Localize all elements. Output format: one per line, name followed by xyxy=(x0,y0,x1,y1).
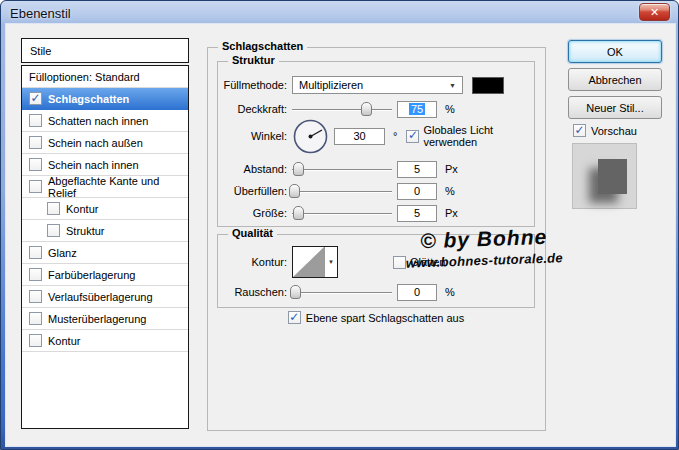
contour-picker[interactable]: ▼ xyxy=(292,246,338,278)
deckkraft-value: 75 xyxy=(409,103,425,115)
schein-nach-aussen-checkbox[interactable] xyxy=(29,136,42,149)
abstand-unit: Px xyxy=(445,163,458,175)
glanz-checkbox[interactable] xyxy=(29,246,42,259)
knockout-option[interactable]: ✓ Ebene spart Schlagschatten aus xyxy=(217,311,535,324)
slider-thumb[interactable] xyxy=(289,184,300,198)
qualitaet-group: Qualität Kontur: ▼ Glätten xyxy=(217,234,535,308)
chevron-down-icon: ▼ xyxy=(328,259,334,265)
sidebar-item-verlaufsueberlagerung[interactable]: Verlaufsüberlagerung xyxy=(22,286,188,308)
blend-mode-dropdown[interactable]: Multiplizieren ▼ xyxy=(292,76,463,94)
slider-track[interactable] xyxy=(292,109,392,110)
sidebar-item-farbueberlagerung[interactable]: Farbüberlagerung xyxy=(22,264,188,286)
layer-style-dialog: Ebenenstil ✕ Stile Fülloptionen: Standar… xyxy=(0,0,679,450)
sidebar-item-glanz[interactable]: Glanz xyxy=(22,242,188,264)
global-light-option[interactable]: ✓ Globales Licht verwenden xyxy=(406,124,528,148)
deckkraft-label: Deckkraft: xyxy=(218,103,287,115)
kontur-sub-checkbox[interactable] xyxy=(47,202,60,215)
sidebar-item-schlagschatten[interactable]: ✓ Schlagschatten xyxy=(22,88,188,110)
sidebar-item-label: Kontur xyxy=(66,203,98,215)
schlagschatten-checkbox[interactable]: ✓ xyxy=(29,92,42,105)
slider-track[interactable] xyxy=(292,191,392,192)
sidebar-item-abgeflachte-kante[interactable]: Abgeflachte Kante und Relief xyxy=(22,176,188,198)
ueberfuellen-row: Überfüllen: 0 % xyxy=(218,180,528,202)
angle-dial[interactable] xyxy=(292,118,329,155)
sidebar-item-struktur-sub[interactable]: Struktur xyxy=(22,220,188,242)
winkel-value: 30 xyxy=(353,130,365,142)
verlaufsueberlagerung-checkbox[interactable] xyxy=(29,290,42,303)
sidebar-item-fulloptionen[interactable]: Fülloptionen: Standard xyxy=(22,66,188,88)
slider-track[interactable] xyxy=(292,213,392,214)
styles-list: Fülloptionen: Standard ✓ Schlagschatten … xyxy=(21,65,189,429)
global-light-checkbox[interactable]: ✓ xyxy=(406,130,419,143)
rauschen-unit: % xyxy=(445,286,455,298)
sidebar-item-label: Farbüberlagerung xyxy=(48,269,135,281)
abstand-input[interactable]: 5 xyxy=(397,161,437,178)
check-icon: ✓ xyxy=(574,124,584,136)
sidebar-item-label: Kontur xyxy=(48,335,80,347)
angle-dial-icon xyxy=(292,118,329,155)
winkel-input[interactable]: 30 xyxy=(334,128,385,145)
struktur-group-title: Struktur xyxy=(228,54,279,66)
sidebar-item-label: Fülloptionen: Standard xyxy=(29,71,140,83)
deckkraft-slider[interactable] xyxy=(292,101,392,117)
sidebar-item-schatten-nach-innen[interactable]: Schatten nach innen xyxy=(22,110,188,132)
schein-nach-innen-checkbox[interactable] xyxy=(29,158,42,171)
slider-thumb[interactable] xyxy=(290,285,301,299)
sidebar-item-schein-nach-innen[interactable]: Schein nach innen xyxy=(22,154,188,176)
ueberfuellen-label: Überfüllen: xyxy=(218,185,287,197)
sidebar-item-label: Schein nach innen xyxy=(48,159,139,171)
qualitaet-group-title: Qualität xyxy=(228,227,277,239)
shadow-color-swatch[interactable] xyxy=(472,77,504,94)
slider-thumb[interactable] xyxy=(361,102,372,116)
farbueberlagerung-checkbox[interactable] xyxy=(29,268,42,281)
slider-thumb[interactable] xyxy=(293,206,304,220)
glaetten-checkbox[interactable] xyxy=(393,256,406,269)
knockout-checkbox[interactable]: ✓ xyxy=(288,311,301,324)
sidebar-item-musterueberlagerung[interactable]: Musterüberlagerung xyxy=(22,308,188,330)
ueberfuellen-input[interactable]: 0 xyxy=(397,183,437,200)
glaetten-option[interactable]: Glätten xyxy=(393,256,445,269)
sidebar-item-schein-nach-aussen[interactable]: Schein nach außen xyxy=(22,132,188,154)
kontur-row: Kontur: ▼ Glätten xyxy=(218,245,528,279)
abgeflachte-kante-checkbox[interactable] xyxy=(29,180,42,193)
schatten-nach-innen-checkbox[interactable] xyxy=(29,114,42,127)
close-button[interactable]: ✕ xyxy=(639,3,670,21)
kontur-checkbox[interactable] xyxy=(29,334,42,347)
sidebar-item-kontur-sub[interactable]: Kontur xyxy=(22,198,188,220)
rauschen-input[interactable]: 0 xyxy=(397,284,437,301)
struktur-sub-checkbox[interactable] xyxy=(47,224,60,237)
groesse-input[interactable]: 5 xyxy=(397,205,437,222)
preview-checkbox[interactable]: ✓ xyxy=(573,124,586,137)
deckkraft-input[interactable]: 75 xyxy=(397,101,437,118)
ueberfuellen-unit: % xyxy=(445,185,455,197)
groesse-row: Größe: 5 Px xyxy=(218,202,528,224)
abstand-slider[interactable] xyxy=(292,161,392,177)
style-preview-thumbnail xyxy=(572,143,637,209)
check-icon: ✓ xyxy=(289,311,299,323)
groesse-slider[interactable] xyxy=(292,205,392,221)
rauschen-slider[interactable] xyxy=(292,284,392,300)
rauschen-label: Rauschen: xyxy=(218,286,287,298)
abstand-row: Abstand: 5 Px xyxy=(218,158,528,180)
contour-dropdown-button[interactable]: ▼ xyxy=(324,247,337,277)
slider-track[interactable] xyxy=(292,169,392,170)
new-style-button[interactable]: Neuer Stil... xyxy=(568,96,662,119)
close-icon: ✕ xyxy=(650,7,659,18)
cancel-button[interactable]: Abbrechen xyxy=(568,68,662,91)
slider-track[interactable] xyxy=(292,292,392,293)
ueberfuellen-slider[interactable] xyxy=(292,183,392,199)
new-style-button-label: Neuer Stil... xyxy=(586,102,643,114)
sidebar-item-label: Verlaufsüberlagerung xyxy=(48,291,153,303)
rauschen-value: 0 xyxy=(414,286,420,298)
abstand-label: Abstand: xyxy=(218,163,287,175)
sidebar-item-kontur[interactable]: Kontur xyxy=(22,330,188,352)
title-bar[interactable]: Ebenenstil ✕ xyxy=(1,1,678,24)
kontur-label: Kontur: xyxy=(218,256,287,268)
ok-button-label: OK xyxy=(607,46,623,58)
sidebar-item-label: Struktur xyxy=(66,225,105,237)
slider-thumb[interactable] xyxy=(293,162,304,176)
musterueberlagerung-checkbox[interactable] xyxy=(29,312,42,325)
ok-button[interactable]: OK xyxy=(568,40,662,63)
preview-option[interactable]: ✓ Vorschau xyxy=(573,124,637,137)
sidebar-item-label: Abgeflachte Kante und Relief xyxy=(48,175,188,199)
